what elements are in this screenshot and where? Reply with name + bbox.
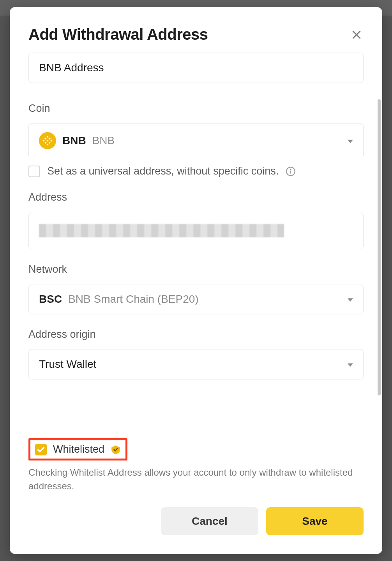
address-origin-value: Trust Wallet: [39, 358, 96, 370]
svg-rect-7: [44, 138, 46, 139]
svg-rect-6: [47, 140, 49, 142]
modal-body: BNB Address Coin BNB BNB Set as a univer…: [10, 53, 382, 436]
coin-name: BNB: [92, 134, 115, 147]
address-origin-select[interactable]: Trust Wallet: [28, 349, 364, 379]
close-button[interactable]: [350, 28, 364, 42]
coin-symbol: BNB: [62, 134, 86, 147]
chevron-down-icon: [348, 293, 353, 305]
network-field: Network BSC BNB Smart Chain (BEP20): [28, 263, 364, 314]
whitelist-label: Whitelisted: [53, 443, 104, 455]
cancel-button[interactable]: Cancel: [161, 507, 258, 535]
coin-field: Coin BNB BNB Set as a universal address,…: [28, 102, 364, 177]
chevron-down-icon: [348, 358, 353, 370]
svg-rect-3: [47, 143, 49, 145]
whitelist-badge-icon: [111, 445, 121, 455]
svg-rect-9: [44, 142, 46, 144]
address-label: Address: [28, 191, 364, 203]
network-label: Network: [28, 263, 364, 275]
network-select[interactable]: BSC BNB Smart Chain (BEP20): [28, 284, 364, 314]
save-button[interactable]: Save: [266, 507, 364, 535]
svg-rect-2: [47, 136, 49, 138]
whitelist-highlight: Whitelisted: [28, 438, 127, 460]
whitelist-checkbox[interactable]: [35, 444, 47, 455]
universal-address-checkbox[interactable]: [28, 166, 40, 177]
network-code: BSC: [39, 293, 62, 305]
add-withdrawal-address-modal: Add Withdrawal Address BNB Address Coin …: [10, 7, 382, 554]
chevron-down-icon: [348, 134, 353, 147]
address-field: Address: [28, 191, 364, 249]
network-select-value: BSC BNB Smart Chain (BEP20): [39, 293, 199, 305]
universal-address-row: Set as a universal address, without spec…: [28, 165, 364, 177]
svg-rect-5: [50, 140, 52, 142]
bnb-coin-icon: [39, 132, 56, 149]
svg-rect-10: [49, 142, 51, 144]
address-origin-field: Address origin Trust Wallet: [28, 328, 364, 379]
whitelist-description: Checking Whitelist Address allows your a…: [28, 466, 364, 493]
svg-rect-8: [49, 138, 51, 139]
svg-point-13: [290, 169, 291, 169]
address-origin-label: Address origin: [28, 328, 364, 340]
close-icon: [351, 29, 362, 41]
svg-rect-4: [43, 140, 45, 142]
address-label-value: BNB Address: [39, 62, 104, 74]
modal-title: Add Withdrawal Address: [28, 26, 208, 43]
coin-select-value: BNB BNB: [39, 132, 115, 149]
coin-label: Coin: [28, 102, 364, 115]
address-input[interactable]: [28, 212, 364, 249]
address-label-input[interactable]: BNB Address: [28, 53, 364, 83]
whitelist-section: Whitelisted Checking Whitelist Address a…: [10, 438, 382, 493]
info-icon[interactable]: [286, 166, 296, 176]
universal-address-label: Set as a universal address, without spec…: [47, 165, 279, 177]
redacted-address: [39, 224, 284, 237]
coin-select[interactable]: BNB BNB: [28, 123, 364, 158]
modal-header: Add Withdrawal Address: [10, 7, 382, 53]
network-name: BNB Smart Chain (BEP20): [68, 293, 199, 305]
modal-footer: Cancel Save: [10, 493, 382, 554]
scrollbar[interactable]: [378, 99, 381, 395]
